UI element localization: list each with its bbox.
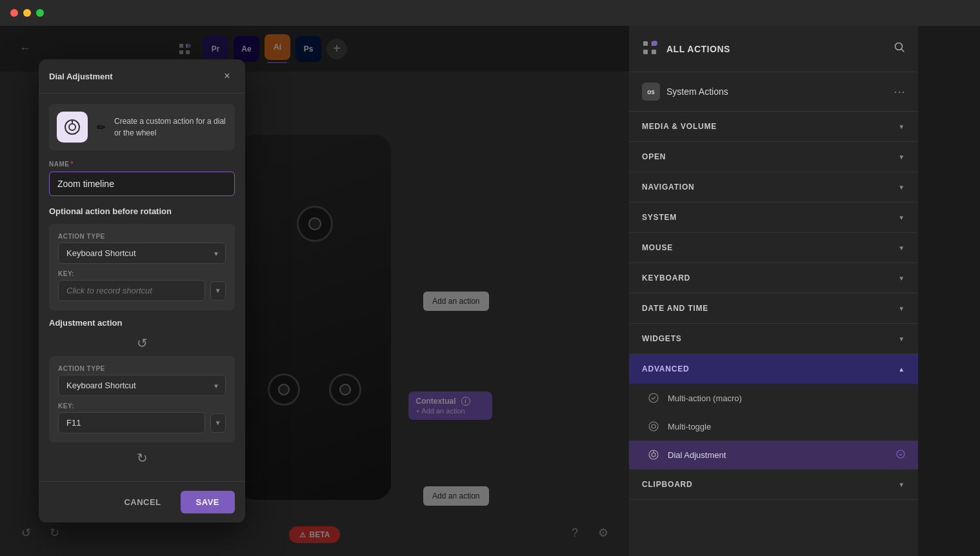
cancel-button[interactable]: CANCEL: [111, 491, 174, 513]
accordion-item-multi-action[interactable]: Multi-action (macro): [629, 384, 918, 412]
adjustment-section-title: Adjustment action: [49, 318, 235, 328]
accordion-item-multi-toggle[interactable]: Multi-toggle: [629, 412, 918, 441]
dial-adjustment-modal: Dial Adjustment × ✏: [39, 59, 245, 522]
accordion-section-media-volume: MEDIA & VOLUME ▼: [629, 112, 918, 142]
system-actions-left: os System Actions: [642, 83, 728, 101]
accordion-label-system: SYSTEM: [642, 213, 677, 222]
search-icon: [894, 41, 905, 53]
accordion-header-date-time[interactable]: DATE AND TIME ▼: [629, 293, 918, 323]
grid-icon-svg: [642, 40, 657, 55]
accordion-header-widgets[interactable]: WIDGETS ▼: [629, 324, 918, 353]
modal-overlay: Dial Adjustment × ✏: [0, 26, 629, 556]
accordion-header-advanced[interactable]: ADVANCED ▲: [629, 354, 918, 384]
main-content: ← Pr: [0, 26, 980, 556]
accordion-section-advanced: ADVANCED ▲ Multi-action (macro): [629, 354, 918, 470]
adjustment-key-input[interactable]: [58, 412, 205, 433]
optional-key-input-wrap: ▼: [58, 280, 226, 301]
multi-action-svg: [648, 393, 659, 403]
accordion-label-media-volume: MEDIA & VOLUME: [642, 122, 717, 131]
optional-key-input[interactable]: [58, 280, 205, 301]
accordion-section-system: SYSTEM ▼: [629, 203, 918, 233]
dial-adjustment-svg: [648, 450, 659, 460]
adjustment-action-type-select[interactable]: Keyboard Shortcut: [58, 375, 226, 396]
accordion-chevron-media-volume: ▼: [898, 123, 905, 130]
optional-action-type-select-wrap: Keyboard Shortcut ▼: [58, 243, 226, 264]
accordion-section-clipboard: CLIPBOARD ▼: [629, 470, 918, 500]
svg-rect-8: [643, 41, 648, 46]
accordion-label-advanced: ADVANCED: [642, 364, 690, 373]
accordion-header-clipboard[interactable]: CLIPBOARD ▼: [629, 470, 918, 499]
modal-footer: CANCEL SAVE: [39, 481, 245, 522]
accordion-header-keyboard[interactable]: KEYBOARD ▼: [629, 263, 918, 293]
dial-adjustment-right-icon: [896, 450, 905, 461]
traffic-light-red[interactable]: [10, 9, 18, 17]
accordion-header-system[interactable]: SYSTEM ▼: [629, 203, 918, 232]
optional-key-label: KEY:: [58, 270, 226, 277]
adjustment-action-type-label: ACTION TYPE: [58, 365, 226, 372]
advanced-content: Multi-action (macro) Multi-toggle: [629, 384, 918, 469]
svg-point-16: [649, 422, 658, 431]
accordion-label-date-time: DATE AND TIME: [642, 304, 708, 313]
accordion-chevron-widgets: ▼: [898, 335, 905, 343]
system-actions-menu-button[interactable]: ⋯: [894, 84, 905, 99]
svg-point-15: [649, 393, 658, 402]
svg-rect-11: [652, 50, 656, 54]
name-field-label: NAME*: [49, 161, 235, 168]
adjustment-key-input-wrap: ▼: [58, 412, 226, 433]
adjustment-key-chevron-btn[interactable]: ▼: [210, 413, 226, 433]
svg-point-6: [69, 124, 75, 130]
accordion-section-open: OPEN ▼: [629, 142, 918, 172]
rotation-icon-bottom: ↻: [49, 450, 235, 466]
search-button[interactable]: [894, 41, 905, 56]
modal-icon-box: [57, 112, 88, 143]
adjustment-key-label: KEY:: [58, 402, 226, 410]
multi-toggle-label: Multi-toggle: [668, 422, 711, 432]
accordion-chevron-system: ▼: [898, 214, 905, 221]
accordion-header-mouse[interactable]: MOUSE ▼: [629, 233, 918, 263]
accordion-section-widgets: WIDGETS ▼: [629, 324, 918, 354]
modal-body[interactable]: ✏ Create a custom action for a dial or t…: [39, 94, 245, 481]
accordion-chevron-date-time: ▼: [898, 305, 905, 312]
modal-description-row: ✏ Create a custom action for a dial or t…: [49, 104, 235, 150]
traffic-light-yellow[interactable]: [23, 9, 31, 17]
accordion-chevron-keyboard: ▼: [898, 275, 905, 282]
optional-section-title: Optional action before rotation: [49, 206, 235, 216]
save-button[interactable]: SAVE: [181, 491, 235, 513]
adjustment-key-field-row: KEY: ▼: [58, 402, 226, 433]
modal-close-button[interactable]: ×: [219, 68, 235, 84]
right-panel-header: ALL ACTIONS: [629, 26, 918, 72]
accordion-header-media-volume[interactable]: MEDIA & VOLUME ▼: [629, 112, 918, 141]
traffic-light-green[interactable]: [36, 9, 44, 17]
os-badge: os: [642, 83, 660, 101]
optional-key-chevron-btn[interactable]: ▼: [210, 281, 226, 301]
multi-action-label: Multi-action (macro): [668, 393, 742, 403]
accordion-section-mouse: MOUSE ▼: [629, 233, 918, 263]
adjustment-action-type-row: ACTION TYPE Keyboard Shortcut ▼: [58, 365, 226, 396]
all-actions-grid-icon: [642, 40, 660, 58]
accordion-section-keyboard: KEYBOARD ▼: [629, 263, 918, 293]
dial-adj-arrow-icon: [896, 450, 905, 459]
accordion-chevron-advanced: ▲: [898, 366, 905, 373]
accordion-list: MEDIA & VOLUME ▼ OPEN ▼ NAVIGATION ▼: [629, 112, 918, 556]
accordion-header-open[interactable]: OPEN ▼: [629, 142, 918, 172]
multi-toggle-icon: [647, 420, 660, 433]
pencil-icon: ✏: [97, 121, 105, 134]
optional-key-field-row: KEY: ▼: [58, 270, 226, 301]
accordion-chevron-open: ▼: [898, 154, 905, 161]
accordion-label-widgets: WIDGETS: [642, 334, 682, 343]
optional-action-type-select[interactable]: Keyboard Shortcut: [58, 243, 226, 264]
accordion-item-dial-adjustment[interactable]: Dial Adjustment: [629, 441, 918, 469]
accordion-label-open: OPEN: [642, 152, 666, 161]
accordion-header-navigation[interactable]: NAVIGATION ▼: [629, 172, 918, 202]
multi-action-icon: [647, 392, 660, 404]
accordion-label-clipboard: CLIPBOARD: [642, 480, 693, 489]
adjustment-action-type-select-wrap: Keyboard Shortcut ▼: [58, 375, 226, 396]
name-input[interactable]: [49, 172, 235, 196]
svg-point-12: [652, 41, 657, 46]
svg-rect-10: [643, 50, 648, 54]
accordion-label-keyboard: KEYBOARD: [642, 273, 690, 283]
svg-line-14: [901, 49, 904, 52]
svg-point-17: [652, 424, 655, 428]
dial-adjustment-icon: [647, 448, 660, 461]
accordion-section-date-time: DATE AND TIME ▼: [629, 293, 918, 324]
